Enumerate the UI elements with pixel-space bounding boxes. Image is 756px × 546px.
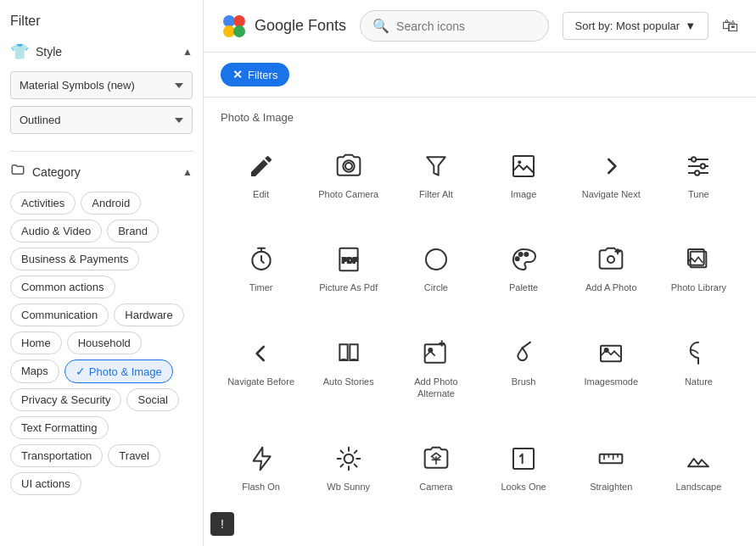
icon-auto-stories[interactable]: Auto Stories <box>308 325 389 410</box>
svg-point-17 <box>516 258 519 261</box>
add-photo-alternate-label: Add Photo Alternate <box>402 376 469 400</box>
tag-communication[interactable]: Communication <box>10 304 109 326</box>
icon-timer[interactable]: Timer <box>221 231 301 304</box>
style-chevron[interactable]: ▲ <box>182 46 193 58</box>
tag-audio-video[interactable]: Audio & Video <box>10 220 102 242</box>
icon-navigate-next[interactable]: Navigate Next <box>571 137 652 210</box>
icon-circle[interactable]: Circle <box>395 231 476 304</box>
section-label: Photo & Image <box>221 111 739 124</box>
icon-picture-as-pdf[interactable]: PDF Picture As Pdf <box>308 231 389 304</box>
svg-rect-43 <box>600 454 623 464</box>
navigate-next-label: Navigate Next <box>582 188 641 200</box>
style-dropdown1[interactable]: Material Symbols (new) <box>10 71 193 99</box>
info-icon: ! <box>221 517 224 531</box>
tag-travel[interactable]: Travel <box>108 444 160 467</box>
tag-hardware[interactable]: Hardware <box>114 304 183 326</box>
icon-edit[interactable]: Edit <box>221 137 301 210</box>
icons-area: Photo & Image Edit Photo Camera Filter A <box>204 98 756 546</box>
icon-filter-alt[interactable]: Filter Alt <box>395 137 476 210</box>
svg-point-16 <box>426 249 446 270</box>
divider1 <box>10 151 193 152</box>
straighten-label: Straighten <box>590 481 632 493</box>
tag-business[interactable]: Business & Payments <box>10 248 139 270</box>
edit-label: Edit <box>253 188 269 200</box>
svg-point-12 <box>695 170 699 175</box>
search-input[interactable] <box>396 20 536 33</box>
tag-transportation[interactable]: Transportation <box>10 444 103 467</box>
cart-icon[interactable]: 🛍 <box>722 16 739 36</box>
icon-brush[interactable]: Brush <box>483 325 563 410</box>
filter-chip-label: Filters <box>248 69 277 81</box>
filter-chip[interactable]: ✕ Filters <box>221 63 289 86</box>
tag-privacy[interactable]: Privacy & Security <box>10 388 121 411</box>
navigate-before-icon <box>246 338 277 369</box>
add-a-photo-icon <box>596 244 626 275</box>
timer-label: Timer <box>249 281 273 293</box>
tag-household[interactable]: Household <box>67 332 142 354</box>
palette-icon <box>508 244 539 275</box>
tag-social[interactable]: Social <box>126 388 178 411</box>
timer-icon <box>246 244 277 275</box>
tag-activities[interactable]: Activities <box>10 192 76 214</box>
looks-one-label: Looks One <box>501 481 546 493</box>
icon-palette[interactable]: Palette <box>483 231 563 304</box>
svg-line-37 <box>354 465 356 467</box>
icon-nature[interactable]: Nature <box>658 325 739 410</box>
svg-point-4 <box>345 163 352 170</box>
filter-alt-icon <box>421 151 451 181</box>
style-label: Style <box>36 45 62 58</box>
auto-stories-icon <box>333 338 364 369</box>
flash-on-icon <box>246 443 277 474</box>
camera-label: Camera <box>419 481 452 493</box>
svg-point-11 <box>701 164 705 168</box>
icon-wb-sunny[interactable]: Wb Sunny <box>308 430 389 503</box>
tune-label: Tune <box>688 188 709 200</box>
imagesmode-label: Imagesmode <box>584 376 638 387</box>
camera-icon <box>421 443 451 474</box>
navigate-before-label: Navigate Before <box>227 376 294 387</box>
topbar: Google Fonts 🔍 Sort by: Most popular ▼ 🛍 <box>204 0 756 53</box>
icon-imagesmode[interactable]: Imagesmode <box>571 325 652 410</box>
tag-home[interactable]: Home <box>10 332 62 354</box>
tag-ui-actions[interactable]: UI actions <box>10 472 81 495</box>
icon-flash-on[interactable]: Flash On <box>221 430 301 503</box>
icon-image[interactable]: Image <box>483 137 563 210</box>
icon-straighten[interactable]: Straighten <box>571 430 652 503</box>
tag-brand[interactable]: Brand <box>107 220 159 242</box>
style-section-left: 👕 Style <box>10 42 62 61</box>
picture-as-pdf-icon: PDF <box>333 244 364 275</box>
tag-common-actions[interactable]: Common actions <box>10 276 115 298</box>
picture-as-pdf-label: Picture As Pdf <box>319 281 378 293</box>
icon-navigate-before[interactable]: Navigate Before <box>221 325 301 410</box>
category-label: Category <box>32 165 81 179</box>
close-icon: ✕ <box>232 68 243 81</box>
icon-add-photo-alternate[interactable]: Add Photo Alternate <box>395 325 476 410</box>
tag-android[interactable]: Android <box>81 192 141 214</box>
tag-maps[interactable]: Maps <box>10 359 59 383</box>
category-chevron[interactable]: ▲ <box>182 166 193 178</box>
bottom-info-button[interactable]: ! <box>210 512 234 536</box>
brush-label: Brush <box>512 376 536 387</box>
image-icon <box>508 151 539 181</box>
svg-point-3 <box>233 25 245 37</box>
style-dropdown2[interactable]: Outlined <box>10 106 193 134</box>
icon-photo-camera[interactable]: Photo Camera <box>308 137 389 210</box>
wb-sunny-icon <box>333 443 364 474</box>
search-box[interactable]: 🔍 <box>360 10 549 42</box>
icon-add-a-photo[interactable]: Add A Photo <box>571 231 652 304</box>
icon-landscape[interactable]: Landscape <box>658 430 739 503</box>
icon-photo-library[interactable]: Photo Library <box>658 231 739 304</box>
svg-rect-5 <box>513 156 534 176</box>
sort-label: Sort by: Most popular <box>575 20 680 32</box>
tag-photo-image[interactable]: ✓ Photo & Image <box>64 359 173 383</box>
filter-title: Filter <box>10 14 193 29</box>
tag-text-formatting[interactable]: Text Formatting <box>10 416 109 439</box>
icon-tune[interactable]: Tune <box>658 137 739 210</box>
auto-stories-label: Auto Stories <box>323 376 374 387</box>
navigate-next-icon <box>596 151 626 181</box>
svg-point-10 <box>692 157 696 161</box>
sort-button[interactable]: Sort by: Most popular ▼ <box>563 12 708 40</box>
icon-camera[interactable]: Camera <box>395 430 476 503</box>
icon-looks-one[interactable]: Looks One <box>483 430 563 503</box>
svg-point-0 <box>223 15 235 27</box>
